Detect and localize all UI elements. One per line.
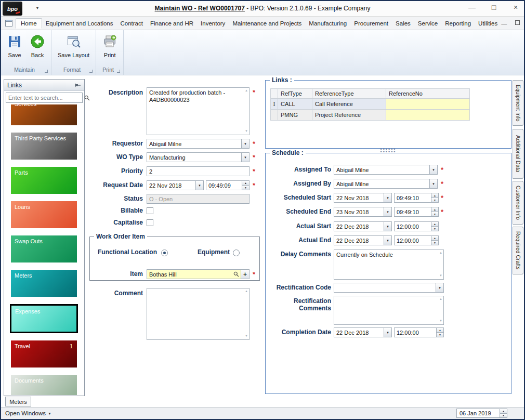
ribbon-minimize-icon[interactable]: — (501, 20, 507, 27)
chevron-down-icon[interactable]: ▼ (241, 153, 249, 162)
spin-down-icon[interactable]: ▼ (431, 212, 438, 216)
spinner-buttons[interactable]: ▲▼ (242, 181, 249, 190)
spinner-buttons[interactable]: ▲▼ (500, 409, 507, 417)
column-header-referencetype[interactable]: ReferenceType (312, 88, 386, 99)
actual-start-time-spinner[interactable]: 12:00:00 ▲▼ (394, 221, 439, 231)
scheduled-start-date-picker[interactable]: 22 Nov 2018 ▼ (334, 193, 392, 203)
spinner-buttons[interactable]: ▲▼ (431, 236, 438, 245)
reftype-cell[interactable]: PMNG (278, 110, 312, 121)
back-button[interactable]: Back (26, 31, 49, 60)
chevron-down-icon[interactable]: ▼ (384, 207, 391, 216)
chevron-down-icon[interactable]: ▼ (429, 165, 437, 174)
spin-down-icon[interactable]: ▼ (437, 332, 443, 337)
open-windows-dropdown[interactable]: Open Windows ▼ (1, 410, 51, 416)
actual-end-time-spinner[interactable]: 12:00:00 ▲▼ (394, 235, 439, 245)
scroll-up-icon[interactable]: ▲ (439, 251, 442, 255)
rectification-comments-textarea[interactable]: ▲ ▼ (334, 296, 444, 325)
actual-start-date-picker[interactable]: 22 Dec 2018 ▼ (334, 221, 392, 231)
scheduled-end-time-spinner[interactable]: 09:49:10 ▲▼ (394, 207, 439, 217)
tile-meters[interactable]: Meters (11, 270, 77, 297)
referencetype-cell[interactable]: Project Reference (312, 110, 386, 121)
assigned-by-select[interactable]: Abigail Milne ▼ (334, 179, 438, 189)
request-time-spinner[interactable]: 09:49:09 ▲▼ (206, 180, 250, 190)
spin-down-icon[interactable]: ▼ (431, 240, 438, 245)
spin-up-icon[interactable]: ▲ (242, 181, 249, 185)
billable-checkbox[interactable] (147, 207, 153, 214)
tab-procurement[interactable]: Procurement (350, 18, 392, 29)
group-dialog-launcher-icon[interactable] (89, 70, 93, 73)
spin-down-icon[interactable]: ▼ (431, 198, 438, 202)
tile-services[interactable]: Services (11, 104, 77, 125)
wo-type-select[interactable]: Manufacturing ▼ (147, 152, 250, 162)
side-tab-required-crafts[interactable]: Required Crafts (513, 227, 523, 274)
side-tab-equipment-info[interactable]: Equipment Info (513, 80, 523, 126)
tile-swap-outs[interactable]: Swap Outs (11, 235, 77, 262)
scroll-up-icon[interactable]: ▲ (245, 290, 248, 294)
chevron-down-icon[interactable]: ▼ (384, 222, 391, 231)
scheduled-end-date-picker[interactable]: 23 Nov 2018 ▼ (334, 207, 392, 217)
search-icon[interactable] (233, 271, 239, 277)
item-lookup-field[interactable]: Bothas Hill (147, 269, 241, 279)
spin-up-icon[interactable]: ▲ (431, 236, 438, 240)
requestor-select[interactable]: Abigail Milne ▼ (147, 139, 250, 149)
spinner-buttons[interactable]: ▲▼ (431, 207, 438, 216)
scroll-down-icon[interactable]: ▼ (245, 129, 248, 134)
tab-finance-and-hr[interactable]: Finance and HR (147, 18, 197, 29)
scroll-down-icon[interactable]: ▼ (439, 319, 442, 323)
chevron-down-icon[interactable]: ▼ (241, 139, 249, 148)
tab-inventory[interactable]: Inventory (197, 18, 229, 29)
tab-equipment-and-locations[interactable]: Equipment and Locations (42, 18, 117, 29)
spin-up-icon[interactable]: ▲ (431, 222, 438, 226)
bottom-tab-meters[interactable]: Meters (5, 397, 31, 406)
request-date-picker[interactable]: 22 Nov 2018 ▼ (147, 180, 204, 190)
spin-up-icon[interactable]: ▲ (431, 207, 438, 212)
close-icon[interactable]: × (511, 3, 520, 11)
tile-third-party-services[interactable]: Third Party Services (11, 133, 77, 160)
chevron-down-icon[interactable]: ▼ (384, 328, 391, 337)
spin-down-icon[interactable]: ▼ (431, 226, 438, 231)
capitalise-checkbox[interactable] (147, 219, 153, 226)
referenceno-cell[interactable] (386, 99, 470, 110)
column-header-referenceno[interactable]: ReferenceNo (386, 88, 470, 99)
minimize-icon[interactable]: — (468, 3, 476, 11)
side-tab-customer-info[interactable]: Customer Info (513, 181, 523, 225)
ribbon-restore-icon[interactable] (515, 20, 520, 25)
description-textarea[interactable]: Created for production batch - A4DB00000… (147, 87, 250, 135)
tile-documents[interactable]: Documents (11, 375, 77, 395)
chevron-down-icon[interactable]: ▼ (384, 236, 391, 245)
group-dialog-launcher-icon[interactable] (45, 70, 48, 73)
tile-parts[interactable]: Parts (11, 167, 77, 194)
reftype-cell[interactable]: CALL (278, 99, 312, 110)
tab-service[interactable]: Service (414, 18, 441, 29)
scroll-up-icon[interactable]: ▲ (245, 89, 248, 93)
search-input[interactable] (6, 95, 84, 101)
spin-up-icon[interactable]: ▲ (437, 328, 443, 332)
assigned-to-select[interactable]: Abigail Milne ▼ (334, 165, 438, 175)
scroll-down-icon[interactable]: ▼ (245, 334, 248, 338)
tile-expenses[interactable]: Expenses (10, 304, 78, 333)
spin-down-icon[interactable]: ▼ (242, 185, 249, 190)
maximize-icon[interactable]: □ (490, 3, 498, 11)
tab-contract[interactable]: Contract (116, 18, 146, 29)
scheduled-start-time-spinner[interactable]: 09:49:10 ▲▼ (394, 193, 439, 203)
tab-utilities[interactable]: Utilities (475, 18, 501, 29)
comment-textarea[interactable]: ▲ ▼ (147, 288, 250, 340)
tab-reporting[interactable]: Reporting (441, 18, 475, 29)
spin-up-icon[interactable]: ▲ (431, 193, 438, 198)
scroll-up-icon[interactable]: ▲ (439, 297, 442, 301)
completion-time-spinner[interactable]: 12:00:00 ▲▼ (394, 327, 444, 337)
spin-up-icon[interactable]: ▲ (500, 409, 507, 413)
chevron-down-icon[interactable]: ▼ (195, 181, 203, 190)
chevron-down-icon[interactable]: ▼ (429, 179, 437, 188)
print-button[interactable]: Print (98, 31, 121, 60)
equipment-radio[interactable] (233, 250, 240, 256)
status-date-picker[interactable]: 06 Jan 2019 ▲▼ (456, 409, 507, 418)
tile-loans[interactable]: Loans (11, 201, 77, 228)
delay-comments-textarea[interactable]: Currently on Schedule ▲ ▼ (334, 250, 444, 280)
scroll-down-icon[interactable]: ▼ (439, 274, 442, 278)
tab-sales[interactable]: Sales (392, 18, 414, 29)
column-header-reftype[interactable]: RefType (278, 88, 312, 99)
spinner-buttons[interactable]: ▲▼ (431, 222, 438, 231)
group-dialog-launcher-icon[interactable] (117, 70, 120, 73)
spin-down-icon[interactable]: ▼ (500, 413, 507, 418)
